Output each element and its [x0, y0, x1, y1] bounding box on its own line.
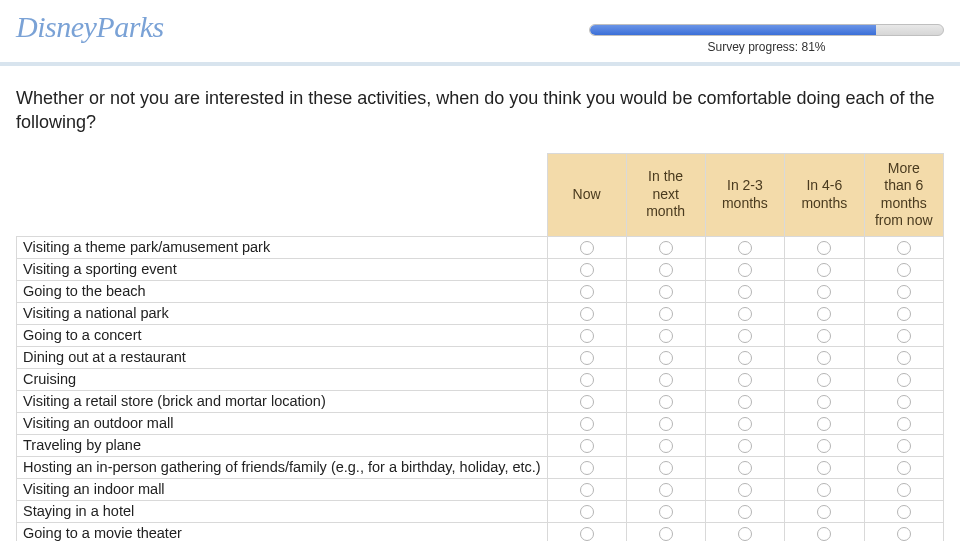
- radio-option[interactable]: [817, 373, 831, 387]
- option-cell: [547, 346, 626, 368]
- radio-option[interactable]: [659, 351, 673, 365]
- radio-option[interactable]: [817, 241, 831, 255]
- radio-option[interactable]: [897, 505, 911, 519]
- radio-option[interactable]: [659, 439, 673, 453]
- radio-option[interactable]: [897, 285, 911, 299]
- option-cell: [864, 280, 943, 302]
- radio-option[interactable]: [817, 285, 831, 299]
- radio-option[interactable]: [738, 439, 752, 453]
- radio-option[interactable]: [817, 483, 831, 497]
- radio-option[interactable]: [580, 263, 594, 277]
- radio-option[interactable]: [580, 483, 594, 497]
- table-row: Dining out at a restaurant: [17, 346, 944, 368]
- radio-option[interactable]: [659, 527, 673, 541]
- row-label: Hosting an in-person gathering of friend…: [17, 456, 548, 478]
- radio-option[interactable]: [659, 483, 673, 497]
- row-label: Going to a movie theater: [17, 522, 548, 541]
- radio-option[interactable]: [897, 395, 911, 409]
- radio-option[interactable]: [738, 351, 752, 365]
- radio-option[interactable]: [738, 241, 752, 255]
- radio-option[interactable]: [659, 417, 673, 431]
- option-cell: [785, 346, 864, 368]
- radio-option[interactable]: [738, 263, 752, 277]
- option-cell: [547, 434, 626, 456]
- table-row: Traveling by plane: [17, 434, 944, 456]
- radio-option[interactable]: [659, 285, 673, 299]
- option-cell: [547, 236, 626, 258]
- option-cell: [705, 302, 784, 324]
- radio-option[interactable]: [817, 351, 831, 365]
- option-cell: [626, 456, 705, 478]
- radio-option[interactable]: [659, 373, 673, 387]
- radio-option[interactable]: [659, 395, 673, 409]
- radio-option[interactable]: [580, 285, 594, 299]
- option-cell: [705, 500, 784, 522]
- radio-option[interactable]: [817, 505, 831, 519]
- radio-option[interactable]: [897, 263, 911, 277]
- radio-option[interactable]: [580, 241, 594, 255]
- radio-option[interactable]: [580, 461, 594, 475]
- radio-option[interactable]: [897, 461, 911, 475]
- radio-option[interactable]: [659, 263, 673, 277]
- radio-option[interactable]: [659, 505, 673, 519]
- row-label: Dining out at a restaurant: [17, 346, 548, 368]
- radio-option[interactable]: [738, 373, 752, 387]
- radio-option[interactable]: [580, 395, 594, 409]
- radio-option[interactable]: [897, 307, 911, 321]
- option-cell: [626, 324, 705, 346]
- radio-option[interactable]: [897, 329, 911, 343]
- radio-option[interactable]: [580, 439, 594, 453]
- radio-option[interactable]: [817, 263, 831, 277]
- radio-option[interactable]: [738, 307, 752, 321]
- row-label: Visiting a national park: [17, 302, 548, 324]
- radio-option[interactable]: [897, 241, 911, 255]
- radio-option[interactable]: [817, 527, 831, 541]
- radio-option[interactable]: [897, 483, 911, 497]
- radio-option[interactable]: [659, 329, 673, 343]
- radio-option[interactable]: [580, 307, 594, 321]
- radio-option[interactable]: [817, 307, 831, 321]
- radio-option[interactable]: [580, 527, 594, 541]
- radio-option[interactable]: [659, 461, 673, 475]
- col-header-3: In 4-6 months: [785, 153, 864, 236]
- radio-option[interactable]: [897, 527, 911, 541]
- radio-option[interactable]: [897, 373, 911, 387]
- option-cell: [785, 478, 864, 500]
- radio-option[interactable]: [817, 329, 831, 343]
- radio-option[interactable]: [659, 307, 673, 321]
- radio-option[interactable]: [738, 527, 752, 541]
- radio-option[interactable]: [580, 505, 594, 519]
- table-row: Staying in a hotel: [17, 500, 944, 522]
- header-row: Now In the next month In 2-3 months In 4…: [17, 153, 944, 236]
- radio-option[interactable]: [738, 483, 752, 497]
- option-cell: [547, 302, 626, 324]
- option-cell: [705, 478, 784, 500]
- radio-option[interactable]: [738, 285, 752, 299]
- radio-option[interactable]: [817, 461, 831, 475]
- option-cell: [626, 236, 705, 258]
- row-label: Visiting a sporting event: [17, 258, 548, 280]
- option-cell: [705, 258, 784, 280]
- radio-option[interactable]: [817, 439, 831, 453]
- radio-option[interactable]: [897, 351, 911, 365]
- option-cell: [547, 522, 626, 541]
- radio-option[interactable]: [738, 417, 752, 431]
- table-row: Visiting a sporting event: [17, 258, 944, 280]
- radio-option[interactable]: [897, 439, 911, 453]
- radio-option[interactable]: [580, 351, 594, 365]
- radio-option[interactable]: [738, 329, 752, 343]
- radio-option[interactable]: [580, 329, 594, 343]
- radio-option[interactable]: [580, 417, 594, 431]
- radio-option[interactable]: [817, 395, 831, 409]
- radio-option[interactable]: [897, 417, 911, 431]
- radio-option[interactable]: [817, 417, 831, 431]
- radio-option[interactable]: [738, 505, 752, 519]
- radio-option[interactable]: [659, 241, 673, 255]
- radio-option[interactable]: [738, 461, 752, 475]
- header-blank: [17, 153, 548, 236]
- content: Whether or not you are interested in the…: [0, 66, 960, 541]
- option-cell: [626, 478, 705, 500]
- col-header-2: In 2-3 months: [705, 153, 784, 236]
- radio-option[interactable]: [580, 373, 594, 387]
- radio-option[interactable]: [738, 395, 752, 409]
